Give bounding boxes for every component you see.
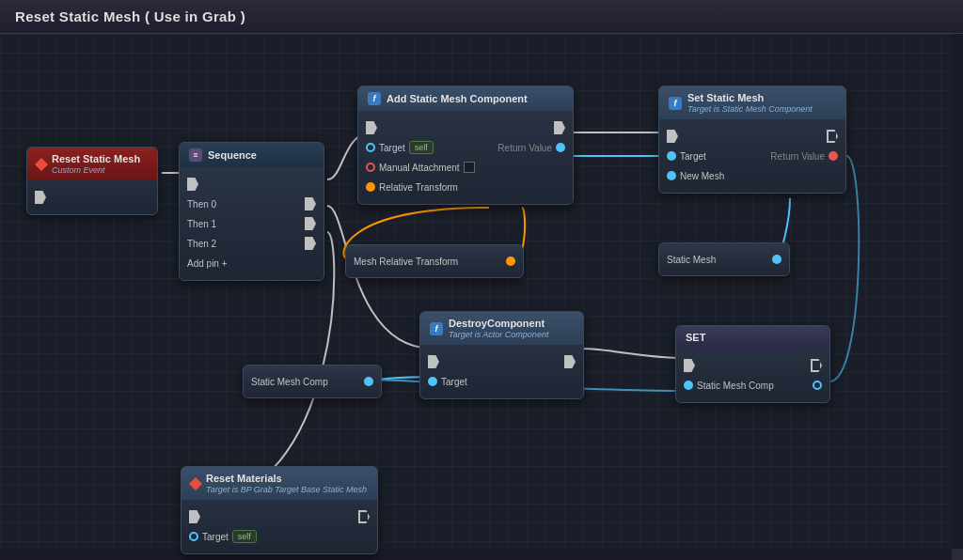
node-destroy-component[interactable]: f DestroyComponent Target is Actor Compo… <box>419 311 584 399</box>
pin-static-mesh-var-row: Static Mesh <box>667 251 781 268</box>
static-mesh-comp-label: Static Mesh Comp <box>251 377 328 387</box>
scrollbar-vertical[interactable] <box>952 34 963 549</box>
pin-then2-row: Then 2 <box>187 235 316 252</box>
return-set-label: Return Value <box>770 151 825 162</box>
return-pin-right: Return Value <box>497 143 565 153</box>
node-header-reset: Reset Static Mesh Custom Event <box>27 148 157 180</box>
then0-label: Then 0 <box>187 199 216 210</box>
node-title-reset-materials: Reset Materials <box>206 473 367 484</box>
exec-in-add <box>366 121 377 134</box>
function-icon-set: f <box>669 97 682 110</box>
node-reset-static-mesh[interactable]: Reset Static Mesh Custom Event <box>26 147 158 215</box>
scrollbar-horizontal[interactable] <box>0 549 952 560</box>
diamond-icon <box>35 157 48 170</box>
node-body-reset-materials: Target self <box>182 500 377 553</box>
exec-in-destroy <box>428 355 439 368</box>
node-header-destroy: f DestroyComponent Target is Actor Compo… <box>420 312 583 345</box>
node-title-set-mesh: Set Static Mesh <box>687 92 813 103</box>
target-pin <box>366 143 375 152</box>
newmesh-label: New Mesh <box>680 171 724 181</box>
exec-out-set <box>827 130 838 143</box>
function-icon: f <box>368 92 381 105</box>
node-subtitle-destroy: Target is Actor Component <box>449 330 548 339</box>
target-set-pin <box>667 151 676 161</box>
static-mesh-comp-pin <box>364 377 373 386</box>
pin-exec-materials-row <box>189 508 370 525</box>
pin-exec-in-row <box>187 176 316 193</box>
exec-out-set-node <box>811 359 822 372</box>
node-header-set-mesh: f Set Static Mesh Target is Static Mesh … <box>659 86 845 119</box>
node-body-set-mesh: Target Return Value New Mesh <box>659 119 845 193</box>
node-set[interactable]: SET Static Mesh Comp <box>675 325 830 403</box>
page-title: Reset Static Mesh ( Use in Grab ) <box>15 8 245 24</box>
pin-target-row: Target self Return Value <box>366 139 565 156</box>
newmesh-pin <box>667 171 676 180</box>
target-materials-label: Target <box>202 532 229 542</box>
node-title-set: SET <box>686 332 705 343</box>
pin-row-exec-out <box>35 189 150 206</box>
node-set-static-mesh[interactable]: f Set Static Mesh Target is Static Mesh … <box>658 86 846 194</box>
exec-out-materials <box>358 510 370 523</box>
blueprint-canvas[interactable]: Reset Static Mesh Custom Event ≡ Sequenc… <box>0 34 963 560</box>
node-static-mesh-comp-variable[interactable]: Static Mesh Comp <box>243 365 382 398</box>
then2-label: Then 2 <box>187 239 216 249</box>
node-header-reset-materials: Reset Materials Target is BP Grab Target… <box>182 467 377 500</box>
node-header-set: SET <box>676 326 829 349</box>
node-body-static-mesh-var: Static Mesh <box>659 243 789 275</box>
manual-checkbox[interactable] <box>464 162 475 173</box>
node-title-destroy: DestroyComponent <box>449 318 548 329</box>
exec-in-set <box>667 130 678 143</box>
exec-out-add <box>554 121 565 134</box>
return-set-pin <box>829 151 838 161</box>
target-materials-pin <box>189 532 198 541</box>
var-set-pin <box>684 381 693 390</box>
pin-then1-row: Then 1 <box>187 215 316 232</box>
pin-manual-row: Manual Attachment <box>366 159 565 176</box>
exec-out-icon <box>35 191 46 204</box>
then0-pin <box>305 197 316 210</box>
target-destroy-pin <box>428 377 437 386</box>
target-pin-left: Target self <box>366 141 434 154</box>
pin-mesh-transform-row: Mesh Relative Transform <box>354 253 515 270</box>
node-subtitle-reset: Custom Event <box>52 165 140 175</box>
function-icon-destroy: f <box>430 322 443 335</box>
pin-then0-row: Then 0 <box>187 195 316 212</box>
main-container: Reset Static Mesh ( Use in Grab ) <box>0 0 963 560</box>
pin-addpin-row[interactable]: Add pin + <box>187 255 316 272</box>
exec-in-pin <box>187 178 198 191</box>
addpin-label: Add pin + <box>187 258 228 269</box>
manual-label: Manual Attachment <box>379 163 460 173</box>
pin-newmesh-row: New Mesh <box>667 167 838 184</box>
pin-target-materials-row: Target self <box>189 528 370 545</box>
target-destroy-label: Target <box>441 377 467 387</box>
self-badge: self <box>409 141 434 154</box>
mesh-transform-label: Mesh Relative Transform <box>354 257 458 267</box>
return-pin <box>556 143 565 152</box>
node-header-add-mesh: f Add Static Mesh Component <box>358 86 573 111</box>
pin-exec-set-node-row <box>684 357 822 374</box>
node-body-mesh-transform: Mesh Relative Transform <box>346 245 523 277</box>
node-reset-materials[interactable]: Reset Materials Target is BP Grab Target… <box>181 466 378 554</box>
node-static-mesh-variable[interactable]: Static Mesh <box>658 242 790 276</box>
pin-exec-destroy-row <box>428 353 576 370</box>
node-body-destroy: Target <box>420 345 583 398</box>
target-set-left: Target <box>667 151 706 162</box>
node-body-sequence: Then 0 Then 1 Then 2 Add pin + <box>180 167 324 280</box>
target-label: Target <box>379 143 405 153</box>
static-mesh-var-label: Static Mesh <box>667 255 716 265</box>
relative-label: Relative Transform <box>379 182 458 193</box>
scrollbar-corner <box>952 549 963 560</box>
node-title-reset: Reset Static Mesh <box>52 153 140 164</box>
exec-in-materials <box>189 510 200 523</box>
node-add-static-mesh-component[interactable]: f Add Static Mesh Component Target self … <box>357 86 574 205</box>
manual-pin <box>366 163 375 172</box>
exec-out-destroy <box>564 355 576 368</box>
var-set-out-pin <box>813 381 822 390</box>
pin-relative-row: Relative Transform <box>366 179 565 195</box>
node-sequence[interactable]: ≡ Sequence Then 0 Then 1 Then 2 <box>179 142 324 281</box>
node-mesh-relative-transform[interactable]: Mesh Relative Transform <box>345 244 524 278</box>
static-mesh-var-pin <box>772 255 781 264</box>
return-set-right: Return Value <box>770 151 838 162</box>
target-set-label: Target <box>680 151 706 162</box>
newmesh-left: New Mesh <box>667 171 724 181</box>
